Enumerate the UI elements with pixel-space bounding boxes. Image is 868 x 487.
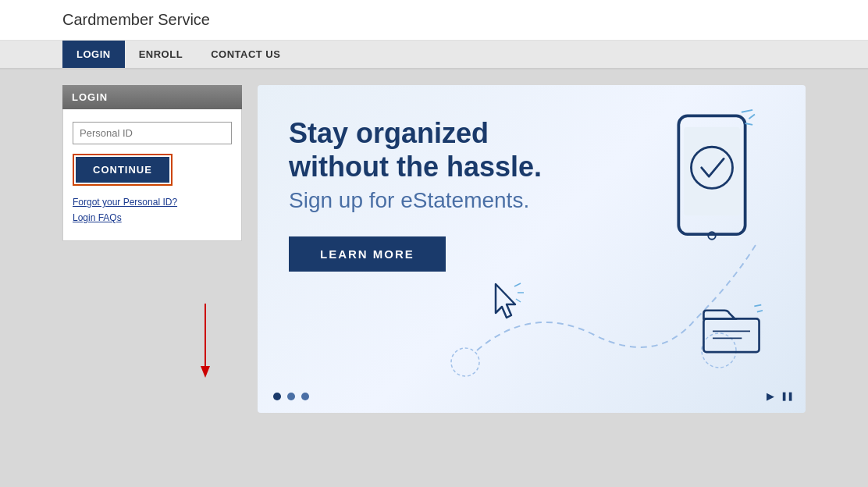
carousel-dot-3[interactable] bbox=[301, 393, 309, 400]
phone-illustration bbox=[665, 108, 759, 249]
app-title: Cardmember Service bbox=[62, 11, 210, 28]
banner: Stay organized without the hassle. Sign … bbox=[258, 85, 806, 413]
continue-button-wrapper: CONTINUE bbox=[73, 154, 173, 186]
forgot-personal-id-link[interactable]: Forgot your Personal ID? bbox=[73, 197, 232, 208]
svg-point-2 bbox=[451, 348, 479, 376]
play-icon[interactable]: ▶ bbox=[767, 390, 774, 402]
banner-headline-line1: Stay organized without the hassle. bbox=[289, 116, 679, 183]
navigation: LOGIN ENROLL CONTACT US bbox=[0, 41, 868, 69]
headline-line1: Stay organized bbox=[289, 117, 489, 149]
login-faqs-link[interactable]: Login FAQs bbox=[73, 212, 232, 223]
headline-line2: without the hassle. bbox=[289, 151, 542, 183]
login-heading: LOGIN bbox=[72, 91, 108, 103]
nav-login[interactable]: LOGIN bbox=[62, 41, 125, 68]
cursor-illustration bbox=[488, 280, 527, 327]
carousel-dots bbox=[273, 393, 309, 400]
carousel-dot-2[interactable] bbox=[287, 393, 295, 400]
svg-line-9 bbox=[749, 115, 755, 119]
folder-illustration bbox=[700, 304, 763, 358]
login-panel-body: CONTINUE Forgot your Personal ID? Login … bbox=[62, 109, 242, 241]
svg-line-15 bbox=[757, 311, 763, 312]
banner-subline: Sign up for eStatements. bbox=[289, 188, 679, 213]
main-content: LOGIN CONTINUE Forgot your Personal ID? … bbox=[0, 69, 868, 428]
svg-marker-1 bbox=[201, 366, 210, 378]
login-panel-header: LOGIN bbox=[62, 85, 242, 109]
carousel-play-controls: ▶ ❚❚ bbox=[767, 390, 793, 402]
login-panel: LOGIN CONTINUE Forgot your Personal ID? … bbox=[62, 85, 242, 413]
svg-marker-16 bbox=[496, 284, 515, 318]
banner-text: Stay organized without the hassle. Sign … bbox=[289, 116, 679, 272]
svg-line-17 bbox=[514, 283, 521, 286]
svg-rect-11 bbox=[703, 318, 759, 352]
nav-enroll[interactable]: ENROLL bbox=[125, 41, 197, 68]
svg-line-19 bbox=[516, 299, 521, 302]
svg-line-8 bbox=[742, 110, 752, 112]
nav-contact-us[interactable]: CONTACT US bbox=[197, 41, 294, 68]
pause-icon[interactable]: ❚❚ bbox=[781, 391, 793, 401]
carousel-dot-1[interactable] bbox=[273, 393, 281, 400]
annotation-arrow bbox=[197, 304, 213, 385]
personal-id-input[interactable] bbox=[73, 122, 232, 144]
continue-button[interactable]: CONTINUE bbox=[76, 157, 169, 183]
learn-more-button[interactable]: LEARN MORE bbox=[289, 236, 446, 272]
header: Cardmember Service bbox=[0, 0, 868, 41]
svg-line-14 bbox=[754, 305, 761, 307]
